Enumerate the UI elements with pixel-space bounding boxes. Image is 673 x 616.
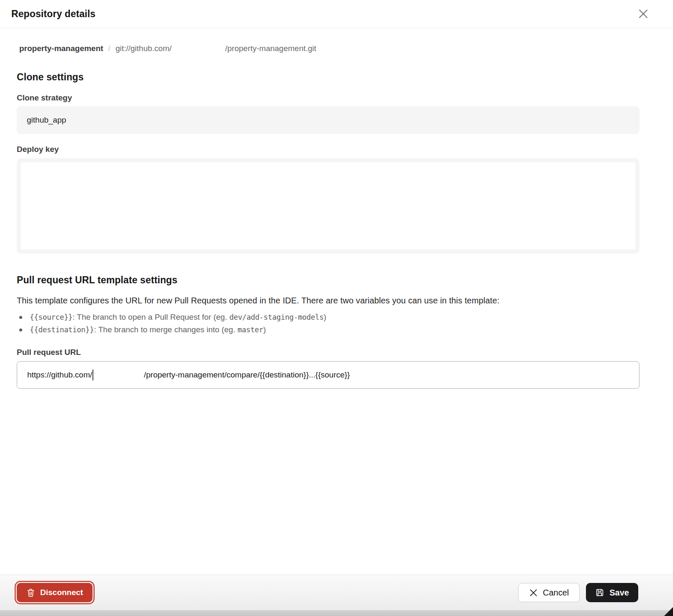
- page-title: Repository details: [11, 8, 95, 20]
- cancel-label: Cancel: [543, 588, 569, 598]
- clone-settings-heading: Clone settings: [17, 72, 640, 83]
- pull-request-url-input[interactable]: https://github.com//property-management/…: [17, 361, 640, 389]
- breadcrumb: property-management / git://github.com/ …: [19, 44, 640, 53]
- cancel-button[interactable]: Cancel: [518, 583, 580, 602]
- destination-variable-example: master: [237, 326, 263, 334]
- source-variable-example: dev/add-staging-models: [229, 313, 324, 321]
- pull-request-url-suffix: /property-management/compare/{{destinati…: [144, 370, 350, 380]
- destination-variable-code: {{destination}}: [30, 326, 94, 334]
- breadcrumb-git-url-prefix: git://github.com/: [116, 44, 172, 53]
- modal-header: Repository details: [0, 0, 673, 28]
- list-item: {{destination}}: The branch to merge cha…: [17, 323, 640, 336]
- clone-strategy-label: Clone strategy: [17, 93, 640, 103]
- close-icon: [637, 8, 649, 20]
- pr-variables-list: {{source}}: The branch to open a Pull Re…: [17, 311, 640, 336]
- redacted-org-name: [93, 375, 144, 375]
- pr-template-description: This template configures the URL for new…: [17, 296, 640, 305]
- pull-request-url-label: Pull request URL: [17, 348, 640, 357]
- source-variable-suffix: ): [324, 313, 326, 321]
- save-floppy-icon: [595, 588, 604, 597]
- destination-variable-text: : The branch to merge changes into (eg.: [94, 325, 238, 334]
- page-bottom-edge: [0, 610, 673, 616]
- pr-template-heading: Pull request URL template settings: [17, 275, 640, 286]
- deploy-key-textarea[interactable]: [21, 162, 635, 249]
- footer-actions: Cancel Save: [518, 583, 638, 602]
- pull-request-url-prefix: https://github.com/: [27, 370, 92, 380]
- breadcrumb-separator: /: [108, 44, 110, 53]
- deploy-key-label: Deploy key: [17, 145, 640, 154]
- disconnect-label: Disconnect: [40, 588, 83, 597]
- deploy-key-container: [17, 158, 640, 254]
- redacted-org-name: [172, 51, 225, 51]
- clone-strategy-value: github_app: [27, 116, 66, 125]
- save-button[interactable]: Save: [586, 583, 638, 602]
- save-label: Save: [609, 588, 629, 598]
- destination-variable-suffix: ): [263, 325, 266, 334]
- trash-icon: [26, 588, 35, 598]
- modal-footer: Disconnect Cancel Save: [0, 575, 673, 610]
- breadcrumb-git-url-suffix: /property-management.git: [225, 44, 316, 53]
- cancel-x-icon: [529, 588, 538, 597]
- clone-strategy-field: github_app: [17, 106, 640, 134]
- source-variable-code: {{source}}: [30, 313, 72, 321]
- breadcrumb-repo-name: property-management: [19, 44, 103, 53]
- list-item: {{source}}: The branch to open a Pull Re…: [17, 311, 640, 323]
- close-button[interactable]: [636, 7, 650, 21]
- disconnect-button[interactable]: Disconnect: [17, 583, 92, 602]
- source-variable-text: : The branch to open a Pull Request for …: [72, 313, 229, 321]
- modal-body: property-management / git://github.com/ …: [0, 44, 673, 389]
